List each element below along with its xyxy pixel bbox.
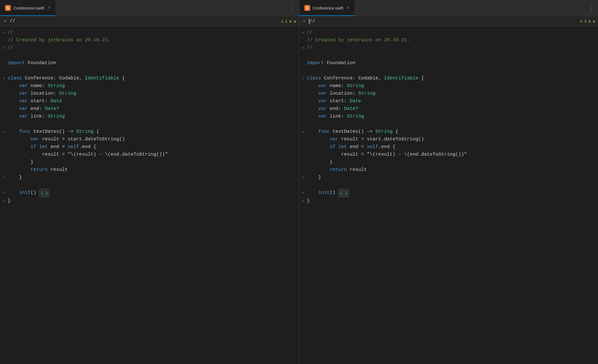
code-line: ⊖ func textDates() -> String { bbox=[299, 128, 598, 136]
code-line bbox=[0, 52, 299, 59]
code-line: return result bbox=[0, 166, 299, 174]
left-warning-count: 1 bbox=[285, 19, 288, 24]
left-tab-icon: S bbox=[5, 5, 11, 11]
code-line: result = "\(result) - \(end.dateToString… bbox=[0, 151, 299, 158]
right-editor-pane: ⊖ // ⚠ 1 ∧ ∨ ⊖ // // Created by jetbrain… bbox=[299, 16, 598, 364]
right-warning-badge: ⚠ 1 ∧ ∨ bbox=[580, 19, 595, 24]
code-line: import Foundation bbox=[299, 59, 598, 67]
code-line: // Created by jetbrains on 29.10.21. bbox=[0, 37, 299, 44]
code-line: var name: String bbox=[299, 82, 598, 90]
code-line: } bbox=[299, 158, 598, 166]
code-line: var result = start.dateToString() bbox=[0, 136, 299, 143]
code-line: import Foundation bbox=[0, 59, 299, 67]
code-line: ⊖ } bbox=[299, 174, 598, 181]
code-line: if let end = self.end { bbox=[299, 143, 598, 151]
code-line: return result bbox=[299, 166, 598, 174]
left-editor-pane: ⊖ // ⚠ 1 ∧ ∨ ⊖ // // Created by jetbrain… bbox=[0, 16, 299, 364]
code-line: ⊖ } bbox=[299, 197, 598, 205]
code-line: if let end = self.end { bbox=[0, 143, 299, 151]
right-nav-down[interactable]: ∨ bbox=[592, 19, 595, 24]
right-tab-section: S Conference.swift × ⋮ bbox=[299, 0, 598, 16]
code-line: ⊖ init() {…} bbox=[0, 189, 299, 197]
left-tab-section: S Conference.swift × ⋮ bbox=[0, 0, 299, 16]
code-line: var name: String bbox=[0, 82, 299, 90]
left-nav-down[interactable]: ∨ bbox=[293, 19, 296, 24]
code-line: ⊖ } bbox=[0, 197, 299, 205]
code-line: var location: String bbox=[0, 90, 299, 98]
code-line bbox=[299, 181, 598, 189]
code-line: ⊖ class Conference: Codable, Identifiabl… bbox=[0, 75, 299, 82]
left-warning-badge: ⚠ 1 ∧ ∨ bbox=[281, 19, 296, 24]
code-line: ⊖ // bbox=[0, 29, 299, 37]
code-line bbox=[0, 67, 299, 75]
code-line: ⊖ // bbox=[0, 44, 299, 52]
right-tab-more[interactable]: ⋮ bbox=[588, 4, 594, 11]
code-line: var start: Date bbox=[0, 98, 299, 105]
code-line: result = "\(result) - \(end.dateToString… bbox=[299, 151, 598, 158]
right-tab-label: Conference.swift bbox=[313, 6, 343, 10]
code-line bbox=[299, 67, 598, 75]
code-line: var link: String bbox=[299, 113, 598, 120]
editor-container: S Conference.swift × ⋮ S Conference.swif… bbox=[0, 0, 598, 364]
code-line bbox=[299, 52, 598, 59]
left-editor-toolbar: ⊖ // ⚠ 1 ∧ ∨ bbox=[0, 16, 299, 26]
code-line: ⊖ } bbox=[0, 174, 299, 181]
right-code-area[interactable]: ⊖ // // Created by jetbrains on 29.10.21… bbox=[299, 26, 598, 364]
split-editor: ⊖ // ⚠ 1 ∧ ∨ ⊖ // // Created by jetbrain… bbox=[0, 16, 598, 364]
left-tab-close[interactable]: × bbox=[48, 5, 51, 10]
code-line: ⊖ // bbox=[299, 44, 598, 52]
code-line: var location: String bbox=[299, 90, 598, 98]
right-toolbar-fold[interactable]: ⊖ bbox=[302, 19, 307, 24]
left-tab-label: Conference.swift bbox=[13, 6, 44, 10]
left-tab[interactable]: S Conference.swift × bbox=[0, 0, 56, 16]
code-line bbox=[0, 120, 299, 128]
code-line: var link: String bbox=[0, 113, 299, 120]
code-line: var end: Date? bbox=[0, 105, 299, 113]
tab-bar: S Conference.swift × ⋮ S Conference.swif… bbox=[0, 0, 598, 16]
left-nav-up[interactable]: ∧ bbox=[289, 19, 292, 24]
left-warning-icon: ⚠ bbox=[281, 19, 284, 24]
right-tab-icon: S bbox=[304, 5, 310, 11]
code-line: // Created by jetbrains on 29.10.21. bbox=[299, 37, 598, 44]
right-editor-toolbar: ⊖ // ⚠ 1 ∧ ∨ bbox=[299, 16, 598, 26]
code-line: ⊖ init() {…} bbox=[299, 189, 598, 197]
left-code-area[interactable]: ⊖ // // Created by jetbrains on 29.10.21… bbox=[0, 26, 299, 364]
code-line bbox=[299, 120, 598, 128]
left-toolbar-fold[interactable]: ⊖ bbox=[3, 19, 8, 24]
code-line: var result = start.dateToString() bbox=[299, 136, 598, 143]
code-line: ⊖ func textDates() -> String { bbox=[0, 128, 299, 136]
right-nav-up[interactable]: ∧ bbox=[588, 19, 591, 24]
code-line: var start: Date bbox=[299, 98, 598, 105]
code-line: ⊖ // bbox=[299, 29, 598, 37]
right-tab-close[interactable]: × bbox=[347, 5, 350, 10]
code-line: var end: Date? bbox=[299, 105, 598, 113]
code-line bbox=[0, 181, 299, 189]
code-line: ⊖ class Conference: Codable, Identifiabl… bbox=[299, 75, 598, 82]
right-warning-icon: ⚠ bbox=[580, 19, 583, 24]
right-tab[interactable]: S Conference.swift × bbox=[299, 0, 355, 16]
right-warning-count: 1 bbox=[584, 19, 587, 24]
code-line: } bbox=[0, 158, 299, 166]
left-tab-more[interactable]: ⋮ bbox=[289, 4, 295, 11]
